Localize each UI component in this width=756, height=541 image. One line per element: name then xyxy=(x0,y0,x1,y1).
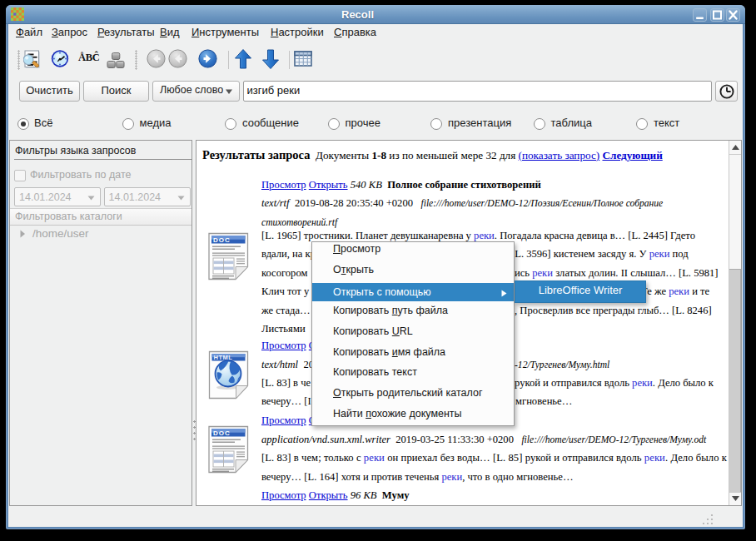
svg-text:DOC: DOC xyxy=(213,236,231,244)
svg-text:DOC: DOC xyxy=(213,429,231,437)
svg-text:HTML: HTML xyxy=(214,354,233,361)
